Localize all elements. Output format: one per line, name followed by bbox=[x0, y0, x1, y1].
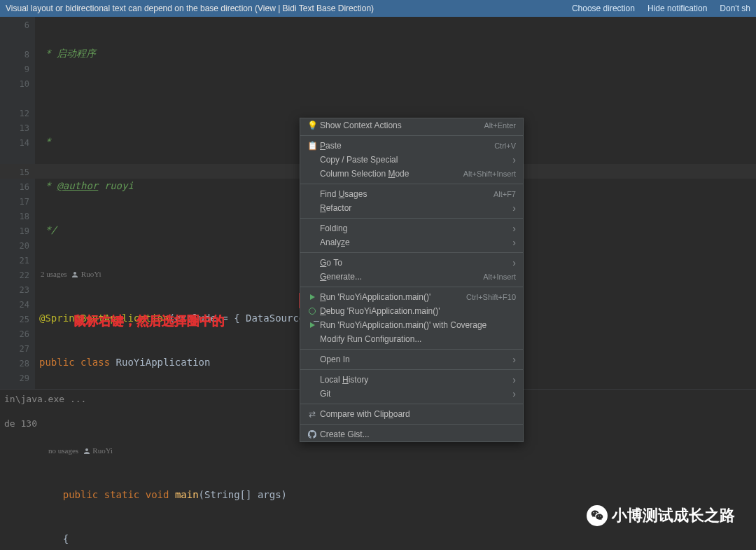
bug-icon bbox=[306, 308, 318, 315]
paste-icon: 📋 bbox=[306, 141, 318, 151]
context-menu: 💡Show Context ActionsAlt+Enter 📋PasteCtr… bbox=[300, 118, 524, 442]
menu-open-in[interactable]: Open In bbox=[300, 352, 523, 366]
choose-direction-link[interactable]: Choose direction bbox=[572, 4, 635, 13]
notification-links: Choose direction Hide notification Don't… bbox=[572, 4, 750, 13]
menu-run-main[interactable]: Run 'RuoYiApplication.main()'Ctrl+Shift+… bbox=[300, 290, 523, 304]
watermark-text: 小博测试成长之路 bbox=[612, 505, 735, 526]
menu-column-selection[interactable]: Column Selection ModeAlt+Shift+Insert bbox=[300, 167, 523, 181]
menu-context-actions[interactable]: 💡Show Context ActionsAlt+Enter bbox=[300, 118, 523, 132]
person-icon bbox=[83, 447, 91, 455]
menu-refactor[interactable]: Refactor bbox=[300, 201, 523, 215]
hide-notification-link[interactable]: Hide notification bbox=[648, 4, 707, 13]
menu-compare-clipboard[interactable]: ⇄Compare with Clipboard bbox=[300, 407, 523, 421]
person-icon bbox=[71, 270, 79, 279]
menu-local-history[interactable]: Local History bbox=[300, 373, 523, 387]
compare-icon: ⇄ bbox=[306, 409, 318, 419]
menu-create-gist[interactable]: Create Gist... bbox=[300, 427, 523, 441]
coverage-icon bbox=[306, 322, 318, 328]
instruction-annotation: 鼠标右键，然后选择圈中的 bbox=[74, 312, 225, 329]
menu-debug-main[interactable]: Debug 'RuoYiApplication.main()' bbox=[300, 304, 523, 318]
bulb-icon: 💡 bbox=[306, 121, 318, 130]
notification-bar: Visual layout or bidirectional text can … bbox=[0, 0, 756, 17]
inlay-hint-main[interactable]: no usages RuoYi bbox=[41, 444, 756, 458]
menu-modify-config[interactable]: Modify Run Configuration... bbox=[300, 332, 523, 346]
menu-copy-paste-special[interactable]: Copy / Paste Special bbox=[300, 153, 523, 167]
menu-analyze[interactable]: Analyze bbox=[300, 235, 523, 249]
menu-paste[interactable]: 📋PasteCtrl+V bbox=[300, 139, 523, 153]
menu-go-to[interactable]: Go To bbox=[300, 256, 523, 270]
dont-show-link[interactable]: Don't sh bbox=[720, 4, 750, 13]
gutter: 6 8 9 10 12 13 14 15 16 17 18 19 20 21 2… bbox=[0, 17, 35, 389]
play-icon bbox=[306, 294, 318, 300]
menu-run-coverage[interactable]: Run 'RuoYiApplication.main()' with Cover… bbox=[300, 318, 523, 332]
menu-find-usages[interactable]: Find UsagesAlt+F7 bbox=[300, 187, 523, 201]
github-icon bbox=[306, 430, 318, 439]
watermark: 小博测试成长之路 bbox=[587, 505, 735, 526]
wechat-icon bbox=[587, 505, 608, 526]
notification-message: Visual layout or bidirectional text can … bbox=[6, 4, 572, 13]
menu-folding[interactable]: Folding bbox=[300, 221, 523, 235]
menu-generate[interactable]: Generate...Alt+Insert bbox=[300, 270, 523, 284]
menu-git[interactable]: Git bbox=[300, 387, 523, 401]
